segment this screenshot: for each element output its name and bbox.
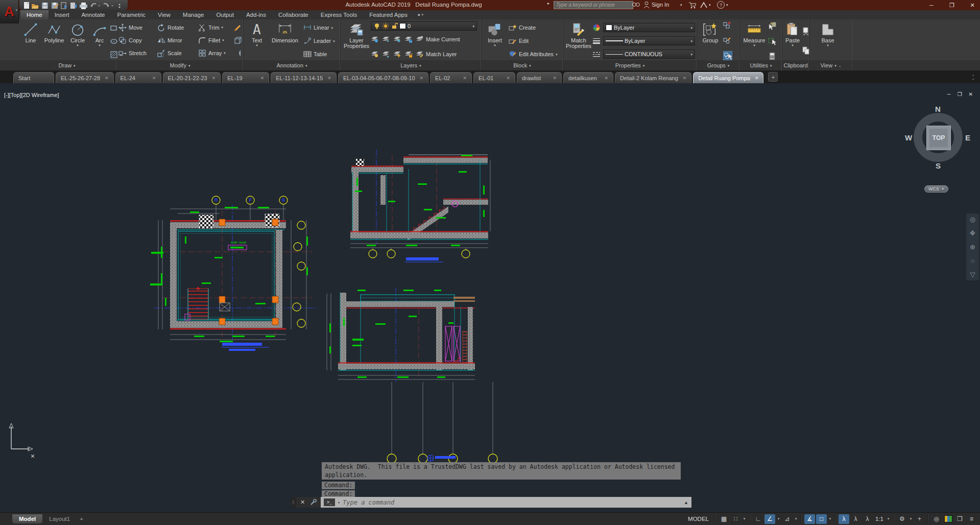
viewport-restore-icon[interactable]: ❐: [958, 91, 962, 97]
navigation-bar[interactable]: ◎ ✥ ⊕ ○ ▽: [966, 213, 979, 280]
copy-button[interactable]: Copy: [118, 34, 157, 46]
cut-icon[interactable]: [802, 27, 810, 35]
layer-unlock-all-icon[interactable]: [404, 50, 413, 58]
tab-home[interactable]: Home: [20, 10, 49, 19]
command-expand-icon[interactable]: ▲: [684, 500, 688, 505]
recent-commands-caret-icon[interactable]: ▾: [338, 500, 340, 504]
lineweight-icon[interactable]: [592, 37, 601, 45]
tab-overflow-icon[interactable]: ⌄⌄: [971, 73, 975, 80]
tab-insert[interactable]: Insert: [49, 10, 76, 19]
line-button[interactable]: Line: [19, 21, 42, 43]
tab-output[interactable]: Output: [210, 10, 240, 19]
file-tab[interactable]: EL-02✕: [430, 72, 472, 83]
lineweight-combo[interactable]: ByLayer▾: [603, 36, 695, 45]
sign-in-button[interactable]: Sign In: [652, 2, 669, 8]
measure-button[interactable]: Measure▾: [742, 21, 767, 47]
panel-label-annotation[interactable]: Annotation▾: [244, 60, 341, 70]
panel-label-view[interactable]: View▾⌄: [809, 60, 853, 70]
app-store-cart-icon[interactable]: [688, 2, 696, 9]
select-similar-icon[interactable]: [768, 37, 776, 45]
help-icon[interactable]: ?: [717, 1, 725, 9]
show-motion-icon[interactable]: ▽: [970, 271, 975, 278]
tab-parametric[interactable]: Parametric: [111, 10, 152, 19]
viewport-close-icon[interactable]: ✕: [969, 91, 973, 97]
erase-button[interactable]: [234, 21, 244, 34]
ribbon-display-toggle[interactable]: ⏺▾: [414, 10, 427, 19]
file-tab[interactable]: EL-03-04-05-06-07-08-09-10✕: [338, 72, 428, 83]
polar-caret-icon[interactable]: ▾: [776, 517, 781, 521]
panel-label-modify[interactable]: Modify▾: [117, 60, 244, 70]
panel-label-groups[interactable]: Groups▾: [697, 60, 740, 70]
viewcube-east[interactable]: E: [965, 133, 970, 142]
dimension-button[interactable]: Dimension: [269, 21, 301, 43]
scale-button[interactable]: Scale: [157, 46, 198, 59]
tab-featured-apps[interactable]: Featured Apps: [363, 10, 414, 19]
layer-freeze-icon[interactable]: [393, 35, 401, 43]
edit-block-button[interactable]: Edit: [509, 35, 557, 47]
make-current-button[interactable]: Make Current: [416, 33, 460, 46]
group-edit-icon[interactable]: [723, 36, 731, 44]
explode-button[interactable]: [234, 34, 244, 46]
ortho-mode-icon[interactable]: ∟: [753, 514, 763, 524]
object-snap-icon[interactable]: □: [816, 514, 827, 524]
group-selection-toggle-icon[interactable]: [723, 51, 732, 60]
sign-in-caret-icon[interactable]: ▾: [680, 3, 682, 7]
layer-on-all-icon[interactable]: [371, 50, 379, 58]
file-tab[interactable]: EL-24✕: [115, 72, 161, 83]
layer-properties-button[interactable]: Layer Properties: [342, 21, 371, 49]
arc-button[interactable]: Arc▾: [89, 21, 110, 47]
customization-menu-icon[interactable]: ≡: [966, 514, 977, 524]
isodraft-icon[interactable]: ⊿: [782, 514, 793, 524]
wcs-selector[interactable]: WCS▼: [924, 185, 948, 193]
file-tab-start[interactable]: Start: [13, 72, 54, 83]
quick-select-icon[interactable]: [768, 21, 776, 30]
object-snap-tracking-icon[interactable]: ∡: [804, 514, 815, 524]
object-color-combo[interactable]: ByLayer▾: [603, 23, 695, 32]
file-tab[interactable]: EL-01✕: [473, 72, 515, 83]
annotation-visibility-icon[interactable]: λ: [839, 514, 849, 524]
snap-caret-icon[interactable]: ▾: [742, 517, 747, 521]
customize-wrench-icon[interactable]: [310, 499, 317, 506]
file-tab[interactable]: Detail-2 Kolam Renang✕: [615, 72, 691, 83]
workspace-switching-icon[interactable]: ⚙: [897, 514, 907, 524]
view-cube[interactable]: N W E S TOP: [910, 109, 967, 166]
snap-mode-icon[interactable]: ∷: [730, 514, 741, 524]
file-tab[interactable]: EL-19✕: [222, 72, 269, 83]
copy-clip-icon[interactable]: [802, 46, 810, 55]
command-input[interactable]: >_ ▾ Type a command ▲: [321, 497, 691, 508]
viewport-minimize-icon[interactable]: ─: [947, 91, 951, 97]
viewport-controls-label[interactable]: [-][Top][2D Wireframe]: [4, 92, 59, 98]
layout1-tab[interactable]: Layout1: [42, 514, 77, 523]
tab-annotate[interactable]: Annotate: [75, 10, 111, 19]
annotation-scale-icon[interactable]: λ: [862, 514, 873, 524]
move-button[interactable]: Move: [118, 21, 157, 34]
minimize-button[interactable]: ─: [928, 2, 935, 8]
viewcube-south[interactable]: S: [936, 161, 941, 170]
layer-isolate-icon[interactable]: [382, 35, 390, 43]
table-button[interactable]: Table: [303, 48, 335, 60]
command-bar[interactable]: ⣿ ✕ >_ ▾ Type a command ▲: [290, 497, 691, 508]
model-tab[interactable]: Model: [12, 514, 42, 523]
panel-label-block[interactable]: Block▾: [482, 60, 563, 70]
zoom-icon[interactable]: ⊕: [970, 243, 975, 251]
viewcube-north[interactable]: N: [935, 105, 941, 113]
layer-thaw-all-icon[interactable]: [393, 50, 401, 58]
create-block-button[interactable]: Create: [509, 21, 557, 34]
panel-label-utilities[interactable]: Utilities▾: [740, 60, 782, 70]
pan-icon[interactable]: ✥: [970, 229, 975, 237]
panel-label-draw[interactable]: Draw▾: [17, 60, 117, 70]
tab-collaborate[interactable]: Collaborate: [272, 10, 315, 19]
layer-unisolate-icon[interactable]: [382, 50, 390, 58]
layer-lock-icon[interactable]: [404, 35, 413, 43]
linetype-icon[interactable]: [592, 50, 601, 58]
osnap-caret-icon[interactable]: ▾: [828, 517, 832, 521]
text-button[interactable]: A Text▾: [245, 21, 269, 47]
annotation-scale-value[interactable]: 1:1: [874, 516, 885, 522]
orbit-icon[interactable]: ○: [971, 257, 975, 265]
paste-button[interactable]: Paste▾: [784, 21, 801, 47]
application-menu-button[interactable]: A ▾: [0, 0, 19, 23]
polar-tracking-icon[interactable]: ∠: [764, 514, 775, 524]
file-tab[interactable]: EL-11-12-13-14-15✕: [271, 72, 337, 83]
linear-button[interactable]: Linear▾: [303, 21, 335, 34]
linetype-combo[interactable]: CONTINUOUS▾: [603, 50, 695, 59]
